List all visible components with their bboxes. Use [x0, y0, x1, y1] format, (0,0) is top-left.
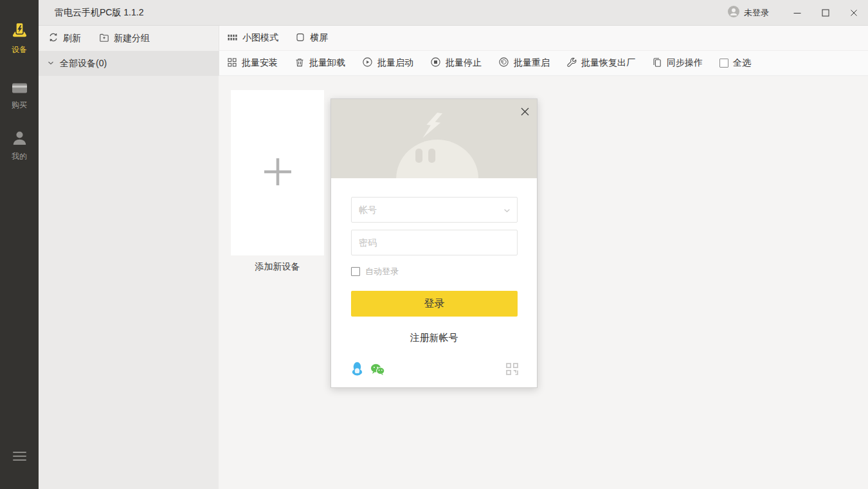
- sync-operation-button[interactable]: 同步操作: [652, 57, 703, 69]
- batch-uninstall-label: 批量卸载: [309, 57, 345, 69]
- login-form: 自动登录 登录 注册新帐号: [331, 178, 537, 344]
- group-all-devices-label: 全部设备(0): [60, 58, 107, 69]
- maximize-button[interactable]: [811, 0, 840, 26]
- login-status[interactable]: 未登录: [728, 6, 769, 19]
- screen-icon: [295, 32, 305, 44]
- login-dialog-header: [331, 99, 537, 178]
- close-dialog-button[interactable]: [518, 105, 531, 118]
- account-dropdown-icon[interactable]: [503, 206, 511, 217]
- sidebar-item-buy[interactable]: 购买: [0, 82, 39, 111]
- password-input[interactable]: [351, 230, 518, 255]
- sidebar: 设备 购买 我的: [0, 0, 39, 489]
- app-window: 设备 购买 我的 雷电云手机PC版 1.1.2: [0, 0, 868, 489]
- group-list-panel: [39, 76, 219, 489]
- mascot-icon: [396, 140, 478, 178]
- auto-login-checkbox[interactable]: [351, 267, 360, 276]
- view-toolbar: 小图模式 横屏: [219, 26, 868, 51]
- credit-card-icon: [12, 82, 28, 97]
- play-circle-icon: [362, 57, 373, 69]
- new-group-label: 新建分组: [114, 33, 150, 44]
- refresh-label: 刷新: [63, 33, 81, 44]
- batch-install-button[interactable]: 批量安装: [227, 57, 278, 69]
- avatar-icon: [728, 6, 739, 19]
- wrench-icon: [566, 57, 577, 69]
- login-button[interactable]: 登录: [351, 291, 518, 317]
- batch-stop-button[interactable]: 批量停止: [430, 57, 482, 69]
- window-title: 雷电云手机PC版 1.1.2: [55, 7, 143, 19]
- stacked-phones-icon: [652, 57, 662, 69]
- batch-uninstall-button[interactable]: 批量卸载: [294, 57, 345, 69]
- small-mode-button[interactable]: 小图模式: [227, 32, 278, 44]
- select-all-toggle[interactable]: 全选: [719, 57, 751, 69]
- select-all-checkbox[interactable]: [719, 59, 728, 68]
- small-mode-label: 小图模式: [242, 32, 278, 44]
- four-squares-icon: [227, 57, 237, 69]
- trash-icon: [294, 57, 305, 69]
- landscape-label: 横屏: [310, 32, 328, 44]
- folder-plus-icon: [99, 32, 109, 44]
- close-window-button[interactable]: [840, 0, 868, 26]
- group-all-devices[interactable]: 全部设备(0): [39, 51, 219, 76]
- stop-circle-icon: [430, 57, 441, 69]
- titlebar: 雷电云手机PC版 1.1.2 未登录: [39, 0, 868, 26]
- sidebar-item-label: 购买: [12, 100, 27, 111]
- tile-grid-icon: [227, 32, 238, 44]
- person-icon: [12, 131, 28, 148]
- sidebar-item-label: 设备: [12, 44, 27, 55]
- select-all-label: 全选: [733, 57, 751, 69]
- account-input[interactable]: [351, 197, 518, 223]
- group-toolbar: 刷新 新建分组: [39, 26, 219, 51]
- auto-login-toggle[interactable]: 自动登录: [351, 266, 517, 277]
- device-grid: 添加新设备: [219, 76, 868, 489]
- batch-factory-reset-button[interactable]: 批量恢复出厂: [566, 57, 635, 69]
- password-field-wrap: [351, 230, 518, 255]
- chevron-down-icon: [47, 59, 55, 69]
- landscape-button[interactable]: 横屏: [295, 32, 328, 44]
- new-group-button[interactable]: 新建分组: [99, 32, 150, 44]
- batch-restart-label: 批量重启: [514, 57, 550, 69]
- restart-circle-icon: [498, 57, 509, 69]
- sidebar-item-mine[interactable]: 我的: [0, 131, 39, 162]
- qr-login-icon[interactable]: [505, 362, 519, 378]
- menu-icon[interactable]: [13, 449, 26, 463]
- add-device-card[interactable]: [231, 90, 324, 255]
- minimize-button[interactable]: [783, 0, 811, 26]
- sidebar-item-label: 我的: [12, 151, 27, 162]
- qq-login-icon[interactable]: [351, 362, 363, 378]
- add-device-label: 添加新设备: [231, 261, 324, 273]
- sidebar-item-devices[interactable]: 设备: [0, 21, 39, 55]
- batch-start-button[interactable]: 批量启动: [362, 57, 413, 69]
- cloud-phone-icon: [11, 21, 28, 41]
- refresh-icon: [48, 32, 59, 44]
- batch-start-label: 批量启动: [377, 57, 413, 69]
- account-field-wrap: [351, 197, 518, 223]
- batch-factory-reset-label: 批量恢复出厂: [581, 57, 635, 69]
- batch-stop-label: 批量停止: [446, 57, 482, 69]
- sync-operation-label: 同步操作: [667, 57, 703, 69]
- login-dialog-footer: [351, 362, 519, 378]
- batch-restart-button[interactable]: 批量重启: [498, 57, 550, 69]
- plus-icon: [262, 156, 293, 190]
- batch-install-label: 批量安装: [242, 57, 278, 69]
- wechat-login-icon[interactable]: [370, 364, 385, 378]
- login-status-label: 未登录: [744, 7, 769, 19]
- auto-login-label: 自动登录: [365, 266, 399, 277]
- batch-toolbar: 批量安装 批量卸载 批量启动: [219, 51, 868, 76]
- login-dialog: 自动登录 登录 注册新帐号: [330, 98, 538, 388]
- refresh-button[interactable]: 刷新: [48, 32, 81, 44]
- register-link[interactable]: 注册新帐号: [351, 332, 517, 344]
